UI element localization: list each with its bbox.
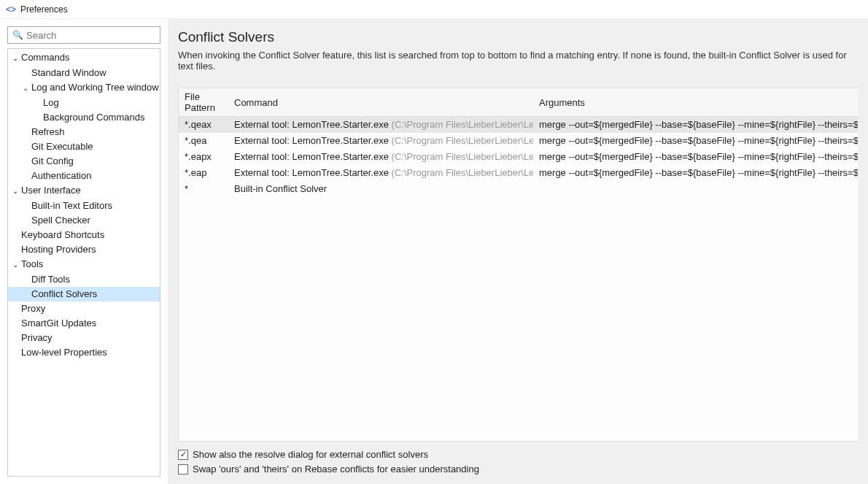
tree-item-label: Standard Window [31, 67, 106, 78]
window-title: Preferences [20, 4, 68, 15]
tree-item-label: SmartGit Updates [21, 318, 96, 329]
cell-pattern: *.qeax [179, 117, 228, 134]
tree-item[interactable]: Diff Tools [8, 272, 160, 287]
tree-item-label: Keyboard Shortcuts [21, 229, 104, 240]
cell-pattern: *.qea [179, 133, 228, 149]
tree-item-label: Conflict Solvers [31, 288, 97, 299]
page-description: When invoking the Conflict Solver featur… [178, 50, 858, 72]
app-icon: <> [6, 4, 16, 15]
tree-item[interactable]: Low-level Properties [8, 345, 160, 360]
tree-item[interactable]: Background Commands [8, 110, 160, 125]
tree-item-label: User Interface [21, 185, 81, 196]
search-input[interactable]: 🔍 [7, 26, 160, 44]
tree-item-label: Hosting Providers [21, 244, 96, 255]
cell-arguments [533, 181, 858, 197]
search-icon: 🔍 [12, 30, 23, 40]
tree-item-label: Background Commands [43, 112, 144, 123]
tree-item-label: Spell Checker [31, 215, 90, 226]
solvers-table[interactable]: File Pattern Command Arguments *.qeaxExt… [179, 88, 858, 197]
titlebar: <> Preferences [0, 0, 868, 19]
tree-item[interactable]: Spell Checker [8, 213, 160, 228]
cell-command: External tool: LemonTree.Starter.exe (C:… [228, 149, 533, 165]
tree-item[interactable]: Log [8, 96, 160, 110]
table-row[interactable]: *.qeaxExternal tool: LemonTree.Starter.e… [179, 117, 858, 134]
cell-pattern: *.eapx [179, 149, 228, 165]
tree-item[interactable]: ⌄User Interface [8, 183, 160, 199]
cell-arguments: merge --out=${mergedFile} --base=${baseF… [533, 149, 858, 165]
tree-item[interactable]: Built-in Text Editors [8, 199, 160, 213]
chevron-down-icon: ⌄ [23, 82, 31, 95]
tree-item-label: Tools [21, 258, 43, 269]
table-row[interactable]: *.qeaExternal tool: LemonTree.Starter.ex… [179, 133, 858, 149]
checkbox-label: Show also the resolve dialog for externa… [193, 449, 428, 460]
preferences-tree[interactable]: ⌄CommandsStandard Window⌄Log and Working… [7, 48, 160, 477]
col-command[interactable]: Command [228, 88, 533, 117]
tree-item-label: Refresh [31, 126, 65, 137]
checkbox-swap[interactable]: Swap 'ours' and 'theirs' on Rebase confl… [178, 464, 858, 475]
tree-item[interactable]: SmartGit Updates [8, 316, 160, 331]
tree-item[interactable]: Refresh [8, 125, 160, 139]
tree-item-label: Log [43, 97, 59, 108]
tree-item-label: Proxy [21, 303, 45, 314]
tree-item[interactable]: Proxy [8, 301, 160, 316]
col-file-pattern[interactable]: File Pattern [179, 88, 228, 117]
tree-item-label: Low-level Properties [21, 347, 107, 358]
cell-command: Built-in Conflict Solver [228, 181, 533, 197]
checkbox-icon: ✓ [178, 450, 188, 460]
chevron-down-icon: ⌄ [12, 185, 21, 198]
tree-item-label: Built-in Text Editors [31, 200, 112, 211]
content: 🔍 ⌄CommandsStandard Window⌄Log and Worki… [0, 19, 868, 484]
tree-item[interactable]: ⌄Commands [8, 50, 160, 66]
tree-item[interactable]: ⌄Log and Working Tree window [8, 80, 160, 96]
tree-item-label: Git Executable [31, 141, 93, 152]
chevron-down-icon: ⌄ [12, 258, 21, 272]
checkbox-show-dialog[interactable]: ✓ Show also the resolve dialog for exter… [178, 449, 858, 460]
tree-item[interactable]: Git Config [8, 154, 160, 169]
cell-command: External tool: LemonTree.Starter.exe (C:… [228, 165, 533, 181]
tree-item[interactable]: Hosting Providers [8, 242, 160, 257]
cell-pattern: * [179, 181, 228, 197]
tree-item-label: Authentication [31, 170, 91, 181]
chevron-down-icon: ⌄ [12, 52, 21, 65]
table-row[interactable]: *.eapExternal tool: LemonTree.Starter.ex… [179, 165, 858, 181]
solvers-table-wrap: File Pattern Command Arguments *.qeaxExt… [178, 88, 858, 442]
tree-item[interactable]: Keyboard Shortcuts [8, 228, 160, 242]
table-row[interactable]: *.eapxExternal tool: LemonTree.Starter.e… [179, 149, 858, 165]
tree-item-label: Log and Working Tree window [31, 82, 159, 93]
tree-item-label: Diff Tools [31, 274, 70, 285]
cell-arguments: merge --out=${mergedFile} --base=${baseF… [533, 165, 858, 181]
tree-item[interactable]: Git Executable [8, 139, 160, 154]
tree-item[interactable]: Standard Window [8, 66, 160, 80]
tree-item[interactable]: Conflict Solvers [8, 287, 160, 301]
tree-item-label: Privacy [21, 332, 53, 343]
cell-arguments: merge --out=${mergedFile} --base=${baseF… [533, 117, 858, 134]
cell-arguments: merge --out=${mergedFile} --base=${baseF… [533, 133, 858, 149]
tree-item-label: Commands [21, 52, 69, 63]
table-header-row: File Pattern Command Arguments [179, 88, 858, 117]
tree-item[interactable]: Authentication [8, 169, 160, 183]
cell-pattern: *.eap [179, 165, 228, 181]
table-row[interactable]: *Built-in Conflict Solver [179, 181, 858, 197]
cell-command: External tool: LemonTree.Starter.exe (C:… [228, 117, 533, 134]
col-arguments[interactable]: Arguments [533, 88, 858, 117]
main-panel: Conflict Solvers When invoking the Confl… [168, 19, 868, 484]
options-area: ✓ Show also the resolve dialog for exter… [168, 442, 868, 484]
checkbox-icon [178, 464, 188, 475]
cell-command: External tool: LemonTree.Starter.exe (C:… [228, 133, 533, 149]
sidebar: 🔍 ⌄CommandsStandard Window⌄Log and Worki… [0, 19, 168, 484]
search-field[interactable] [26, 30, 155, 41]
checkbox-label: Swap 'ours' and 'theirs' on Rebase confl… [193, 464, 479, 475]
page-title: Conflict Solvers [178, 29, 858, 45]
tree-item-label: Git Config [31, 155, 74, 166]
tree-item[interactable]: Privacy [8, 331, 160, 345]
tree-item[interactable]: ⌄Tools [8, 257, 160, 272]
